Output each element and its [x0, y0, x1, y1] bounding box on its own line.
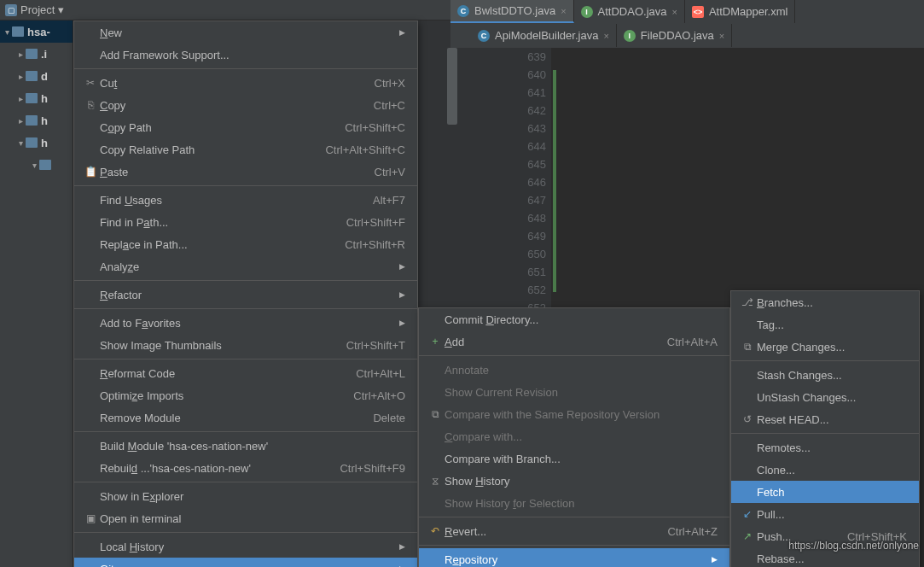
- menu-item[interactable]: Refactor▶: [74, 284, 417, 306]
- menu-item[interactable]: ⎇Branches...: [731, 291, 919, 313]
- menu-item[interactable]: Remove ModuleDelete: [74, 406, 417, 429]
- tree-item-label[interactable]: h: [41, 92, 48, 105]
- menu-item[interactable]: Add to Favorites▶: [74, 312, 417, 334]
- menu-item[interactable]: Tag...: [731, 313, 919, 336]
- tree-item-label[interactable]: h: [41, 137, 48, 149]
- expand-icon[interactable]: ▾: [29, 161, 39, 170]
- tree-item[interactable]: ▸h: [0, 109, 73, 132]
- menu-item[interactable]: Copy PathCtrl+Shift+C: [74, 116, 417, 138]
- line-number: 640: [512, 66, 546, 84]
- menu-item[interactable]: Find UsagesAlt+F7: [74, 189, 417, 211]
- menu-item[interactable]: ✂CutCtrl+X: [74, 72, 417, 94]
- menu-item[interactable]: ⎘CopyCtrl+C: [74, 94, 417, 116]
- menu-item[interactable]: ↺Reset HEAD...: [731, 408, 919, 430]
- menu-item[interactable]: ▣Open in terminal: [74, 507, 417, 529]
- menu-item[interactable]: ↙Pull...: [731, 503, 919, 525]
- context-menu-main[interactable]: New▶Add Framework Support...✂CutCtrl+X⎘C…: [73, 20, 418, 567]
- menu-separator: [74, 280, 417, 281]
- menu-shortcut: Ctrl+Alt+Z: [667, 525, 718, 538]
- menu-item[interactable]: ⧖Show History: [419, 470, 729, 492]
- menu-item[interactable]: Local History▶: [74, 535, 417, 558]
- menu-item[interactable]: Replace in Path...Ctrl+Shift+R: [74, 233, 417, 255]
- expand-icon[interactable]: ▾: [2, 27, 12, 37]
- menu-item-label: Show History: [445, 475, 718, 488]
- close-icon[interactable]: ×: [561, 6, 566, 16]
- tab-label: AttDDAO.java: [598, 5, 667, 18]
- tree-item[interactable]: ▾: [0, 154, 73, 176]
- menu-shortcut: Delete: [373, 412, 405, 424]
- menu-item-label: Build Module 'hsa-ces-nation-new': [100, 440, 405, 453]
- project-dropdown[interactable]: ▢ Project ▾: [5, 3, 64, 16]
- menu-item[interactable]: Rebuild ...'hsa-ces-nation-new'Ctrl+Shif…: [74, 457, 417, 479]
- tree-item[interactable]: ▸h: [0, 87, 73, 109]
- editor-scrollbar[interactable]: [447, 48, 457, 125]
- context-menu-repository[interactable]: ⎇Branches...Tag...⧉Merge Changes...Stash…: [730, 290, 920, 567]
- menu-item[interactable]: Find in Path...Ctrl+Shift+F: [74, 211, 417, 233]
- menu-item[interactable]: Build Module 'hsa-ces-nation-new': [74, 435, 417, 457]
- menu-item[interactable]: UnStash Changes...: [731, 386, 919, 408]
- editor-tab[interactable]: <>AttDMapper.xml: [685, 0, 795, 23]
- menu-item[interactable]: +AddCtrl+Alt+A: [419, 330, 729, 353]
- menu-item[interactable]: Optimize ImportsCtrl+Alt+O: [74, 384, 417, 406]
- menu-item[interactable]: Show Image ThumbnailsCtrl+Shift+T: [74, 334, 417, 356]
- menu-item[interactable]: Analyze▶: [74, 255, 417, 278]
- menu-item-label: Reset HEAD...: [757, 413, 907, 426]
- expand-icon[interactable]: ▸: [15, 72, 26, 81]
- menu-separator: [74, 532, 417, 533]
- tab-label: FileDDAO.java: [641, 29, 714, 42]
- folder-icon: [26, 71, 38, 81]
- expand-icon[interactable]: ▸: [15, 50, 26, 59]
- menu-shortcut: Ctrl+Shift+F: [346, 216, 405, 229]
- menu-item[interactable]: Repository▶: [419, 548, 729, 567]
- menu-item[interactable]: 📋PasteCtrl+V: [74, 161, 417, 183]
- editor-tab[interactable]: IAttDDAO.java×: [574, 0, 685, 23]
- expand-icon[interactable]: ▾: [15, 138, 26, 148]
- tree-item[interactable]: ▸.i: [0, 43, 73, 65]
- menu-item[interactable]: New▶: [74, 21, 417, 44]
- project-tree[interactable]: ▾ hsa- ▸.i▸d▸h▸h▾h▾: [0, 20, 73, 567]
- menu-item[interactable]: Copy Relative PathCtrl+Alt+Shift+C: [74, 138, 417, 161]
- editor-tab[interactable]: IFileDDAO.java×: [617, 24, 732, 47]
- menu-item[interactable]: Reformat CodeCtrl+Alt+L: [74, 362, 417, 384]
- menu-item[interactable]: Remotes...: [731, 436, 919, 459]
- menu-item[interactable]: Git▶: [74, 558, 417, 567]
- expand-icon[interactable]: ▸: [15, 94, 26, 103]
- expand-icon[interactable]: ▸: [15, 116, 26, 126]
- editor-tab[interactable]: CBwlstDDTO.java×: [450, 0, 574, 23]
- menu-item-label: Remotes...: [757, 441, 907, 454]
- menu-item-label: Compare with Branch...: [445, 453, 718, 465]
- menu-item[interactable]: Add Framework Support...: [74, 44, 417, 66]
- tree-root[interactable]: hsa-: [27, 26, 50, 38]
- editor-tab[interactable]: CApiModelBuilder.java×: [471, 24, 617, 47]
- menu-item-label: Find Usages: [100, 194, 352, 207]
- menu-item-label: Add to Favorites: [100, 317, 399, 330]
- tree-item[interactable]: ▸d: [0, 65, 73, 87]
- tree-item-label[interactable]: d: [41, 70, 48, 83]
- 📋-icon: 📋: [81, 166, 100, 178]
- close-icon[interactable]: ×: [719, 31, 724, 41]
- tree-item[interactable]: ▾h: [0, 132, 73, 154]
- menu-item[interactable]: ⧉Merge Changes...: [731, 336, 919, 358]
- menu-item-label: Copy Path: [100, 121, 324, 134]
- menu-item[interactable]: Commit Directory...: [419, 308, 729, 330]
- menu-item[interactable]: ↶Revert...Ctrl+Alt+Z: [419, 520, 729, 542]
- menu-item[interactable]: Clone...: [731, 459, 919, 481]
- menu-item-label: Rebase...: [757, 552, 907, 565]
- close-icon[interactable]: ×: [671, 7, 677, 17]
- close-icon[interactable]: ×: [603, 31, 608, 41]
- tree-item-label[interactable]: .i: [41, 48, 47, 61]
- ↺-icon: ↺: [738, 413, 757, 425]
- menu-item-label: Merge Changes...: [757, 341, 907, 354]
- menu-item-label: Analyze: [100, 260, 399, 273]
- menu-item[interactable]: Fetch: [731, 481, 919, 503]
- context-menu-git[interactable]: Commit Directory...+AddCtrl+Alt+AAnnotat…: [418, 307, 730, 567]
- menu-item[interactable]: Show in Explorer: [74, 485, 417, 507]
- menu-separator: [74, 68, 417, 69]
- editor-gutter: 6396406416426436446456466476486496506516…: [512, 48, 551, 307]
- menu-item-label: Revert...: [445, 525, 647, 538]
- file-type-icon: I: [581, 6, 593, 18]
- menu-item-label: Cut: [100, 77, 354, 90]
- menu-item[interactable]: Compare with Branch...: [419, 447, 729, 470]
- tree-item-label[interactable]: h: [41, 114, 48, 127]
- menu-item[interactable]: Stash Changes...: [731, 364, 919, 386]
